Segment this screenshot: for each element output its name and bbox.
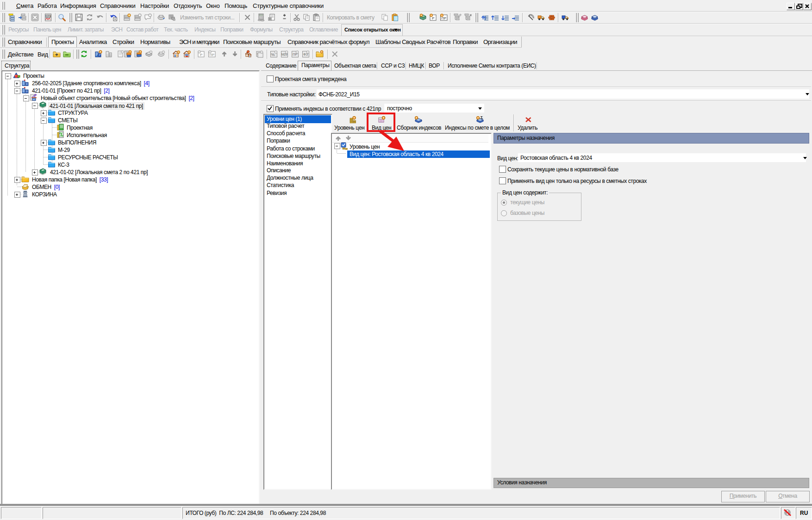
svg-text:Σ: Σ	[481, 116, 483, 120]
svg-text:P: P	[200, 53, 202, 57]
svg-text:PDF: PDF	[46, 15, 51, 18]
svg-text:P: P	[432, 16, 434, 20]
svg-text:ПР: ПР	[210, 53, 214, 57]
svg-text:%: %	[271, 52, 275, 57]
